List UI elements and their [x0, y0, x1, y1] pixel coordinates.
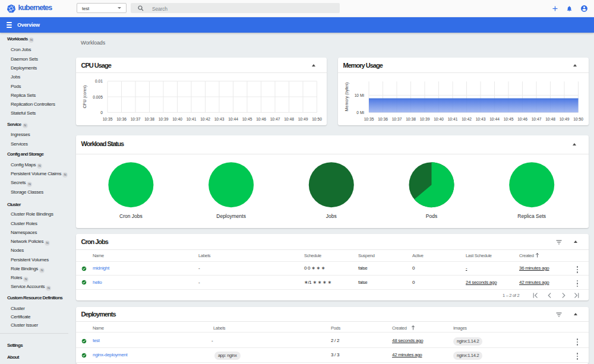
svg-text:10:45: 10:45: [242, 117, 252, 121]
svg-text:10:40: 10:40: [172, 117, 182, 121]
svg-text:10:49: 10:49: [560, 117, 570, 121]
svg-text:10:43: 10:43: [476, 117, 486, 121]
svg-text:10:37: 10:37: [131, 117, 141, 121]
svg-text:10:43: 10:43: [214, 117, 225, 121]
svg-text:10:45: 10:45: [504, 117, 514, 121]
svg-text:10:50: 10:50: [573, 117, 583, 121]
svg-text:0.005: 0.005: [93, 95, 103, 99]
svg-text:10:41: 10:41: [187, 117, 197, 121]
svg-text:10:44: 10:44: [228, 117, 238, 121]
svg-text:10:37: 10:37: [392, 117, 402, 121]
svg-text:10:36: 10:36: [116, 117, 127, 121]
svg-text:10:38: 10:38: [144, 117, 154, 121]
svg-text:10:49: 10:49: [298, 117, 308, 121]
svg-text:10:42: 10:42: [200, 117, 210, 121]
svg-text:10:41: 10:41: [448, 117, 458, 121]
svg-text:10:35: 10:35: [103, 117, 113, 121]
svg-text:0: 0: [100, 110, 103, 115]
svg-text:10:40: 10:40: [434, 117, 444, 121]
svg-text:10:38: 10:38: [406, 117, 416, 121]
svg-text:10:46: 10:46: [256, 117, 266, 121]
svg-text:10:39: 10:39: [420, 117, 430, 121]
svg-text:10:39: 10:39: [159, 117, 169, 121]
svg-text:10:47: 10:47: [532, 117, 542, 121]
svg-text:10:36: 10:36: [378, 117, 388, 121]
svg-text:0.01: 0.01: [95, 79, 103, 83]
svg-text:10:47: 10:47: [270, 117, 280, 121]
svg-text:CPU (cores): CPU (cores): [83, 86, 87, 109]
svg-text:10:44: 10:44: [489, 117, 500, 121]
svg-text:0 Mi: 0 Mi: [356, 110, 364, 115]
svg-text:10:48: 10:48: [284, 117, 294, 121]
svg-text:10:35: 10:35: [364, 117, 374, 121]
svg-text:10:42: 10:42: [462, 117, 472, 121]
svg-text:10:50: 10:50: [312, 117, 322, 121]
svg-text:10 Mi: 10 Mi: [355, 93, 365, 97]
svg-text:10:46: 10:46: [517, 117, 527, 121]
svg-text:Memory (bytes): Memory (bytes): [345, 83, 349, 112]
svg-text:10:48: 10:48: [545, 117, 555, 121]
